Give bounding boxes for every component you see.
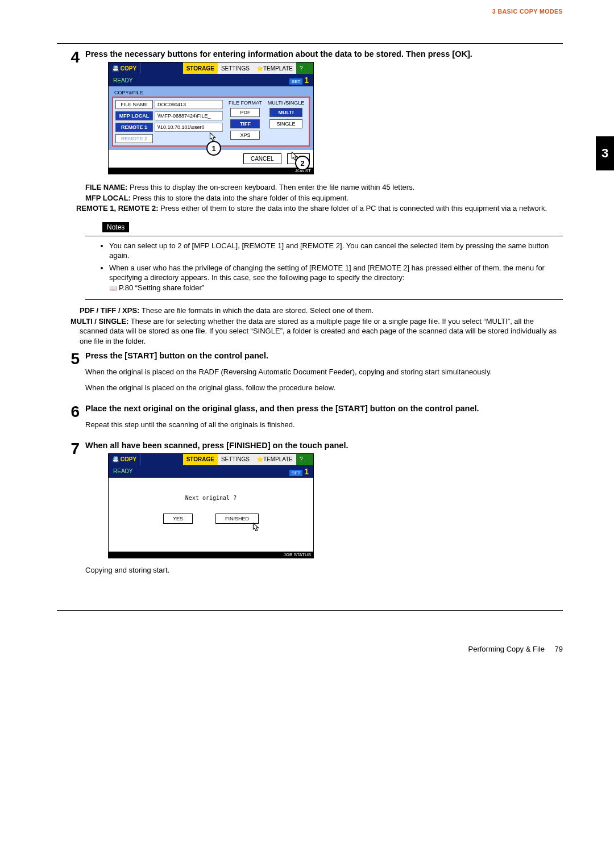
step-number: 6 (57, 404, 85, 436)
set-label: SET (289, 78, 303, 85)
mfp-local-path: \\MFP-06887424\FILE_ (155, 111, 223, 120)
set-label: SET (289, 470, 303, 476)
step-7-title: When all have been scanned, press [FINIS… (85, 441, 563, 450)
copier-panel-storage: 📇 COPY STORAGE SETTINGS ⭐TEMPLATE ? READ… (108, 62, 314, 174)
multi-button[interactable]: MULTI (269, 108, 302, 117)
def-remote-label: REMOTE 1, REMOTE 2: (76, 204, 158, 212)
tab-settings[interactable]: SETTINGS (218, 454, 253, 465)
tab-storage[interactable]: STORAGE (183, 454, 218, 465)
job-status-button[interactable]: JOB STATUS (284, 552, 311, 557)
tab-help[interactable]: ? (296, 454, 313, 465)
bottom-rule (57, 610, 563, 611)
step-5-text: When the original is placed on the origi… (85, 383, 563, 392)
copy-icon: 📇 (112, 456, 119, 462)
format-pdf-button[interactable]: PDF (230, 108, 260, 117)
def-file-name-text: Press this to display the on-screen keyb… (127, 183, 414, 191)
format-tiff-button[interactable]: TIFF (230, 119, 260, 128)
step-6-title: Place the next original on the original … (85, 404, 563, 413)
file-name-button[interactable]: FILE NAME (115, 100, 153, 109)
def-multisingle-text: These are for selecting whether the data… (80, 317, 557, 345)
callout-1: 1 (206, 141, 221, 156)
note-item: When a user who has the privilege of cha… (109, 263, 558, 293)
tab-help[interactable]: ? (296, 62, 313, 74)
note-ref: P.80 “Setting share folder” (119, 283, 204, 292)
remote1-path: \\10.10.70.101\user0 (155, 123, 223, 132)
mfp-local-button[interactable]: MFP LOCAL (115, 111, 153, 120)
def-mfp-local-label: MFP LOCAL: (85, 194, 131, 202)
footer-section: Performing Copy & File (468, 645, 545, 653)
pointer-icon (250, 522, 262, 535)
def-multisingle-label: MULTI / SINGLE: (70, 317, 128, 326)
remote2-button[interactable]: REMOTE 2 (115, 134, 153, 143)
def-format-text: These are file formats in which the data… (139, 306, 374, 315)
tab-copy[interactable]: 📇 COPY (109, 62, 140, 74)
def-mfp-local-text: Press this to store the data into the sh… (131, 194, 349, 202)
file-format-header: FILE FORMAT (229, 100, 262, 106)
tab-template[interactable]: ⭐TEMPLATE (253, 454, 296, 465)
step-number: 5 (57, 351, 85, 399)
book-ref-icon (109, 283, 119, 292)
def-format-label: PDF / TIFF / XPS: (80, 306, 139, 315)
single-button[interactable]: SINGLE (269, 119, 302, 128)
notes-box: You can select up to 2 of [MFP LOCAL], [… (85, 236, 563, 301)
step-number: 7 (57, 441, 85, 582)
notes-heading: Notes (102, 222, 129, 232)
note-item: You can select up to 2 of [MFP LOCAL], [… (109, 241, 558, 261)
multi-single-header: MULTI /SINGLE (268, 100, 304, 106)
step-6-text: Repeat this step until the scanning of a… (85, 420, 563, 429)
tab-storage[interactable]: STORAGE (183, 62, 218, 74)
status-ready: READY (113, 77, 132, 84)
header-breadcrumb: 3 BASIC COPY MODES (57, 8, 563, 15)
step-number: 4 (57, 49, 85, 180)
set-count: 1 (304, 467, 309, 476)
copy-icon: 📇 (112, 65, 119, 72)
tab-template[interactable]: ⭐TEMPLATE (253, 62, 296, 74)
cancel-button[interactable]: CANCEL (243, 153, 281, 164)
mode-sublabel: COPY&FILE (114, 90, 310, 95)
format-xps-button[interactable]: XPS (230, 131, 260, 140)
set-count: 1 (304, 76, 309, 85)
def-file-name-label: FILE NAME: (85, 183, 127, 191)
step-5-text: When the original is placed on the RADF … (85, 368, 563, 376)
copier-panel-next-original: 📇 COPY STORAGE SETTINGS ⭐TEMPLATE ? READ… (108, 453, 314, 558)
top-rule (57, 43, 563, 44)
step-4-title: Press the necessary buttons for entering… (85, 49, 563, 59)
tab-settings[interactable]: SETTINGS (218, 62, 253, 74)
file-name-field[interactable]: DOC090413 (155, 100, 223, 109)
step-5-title: Press the [START] button on the control … (85, 351, 563, 360)
step-7-text: Copying and storing start. (85, 566, 563, 574)
def-remote-text: Press either of them to store the data i… (158, 204, 547, 212)
tab-copy[interactable]: 📇 COPY (109, 454, 140, 465)
chapter-tab: 3 (596, 136, 614, 170)
footer-page-number: 79 (555, 645, 563, 653)
status-ready: READY (113, 468, 132, 474)
callout-2: 2 (295, 156, 310, 170)
next-original-message: Next original ? (109, 478, 313, 501)
yes-button[interactable]: YES (163, 514, 193, 524)
remote1-button[interactable]: REMOTE 1 (115, 123, 153, 132)
